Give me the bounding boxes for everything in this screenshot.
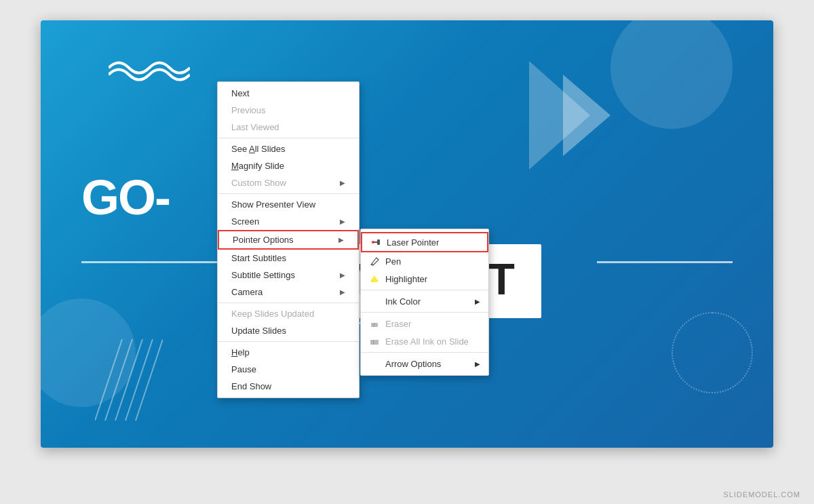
separator-3 [218, 303, 359, 303]
laser-pointer-icon [370, 237, 381, 248]
svg-marker-1 [563, 75, 610, 156]
menu-label-start-subtitles: Start Subtitles [231, 253, 286, 263]
svg-rect-8 [377, 239, 380, 245]
svg-rect-14 [370, 340, 379, 345]
menu-label-help: Help [231, 347, 250, 357]
submenu-item-arrow-options[interactable]: Arrow Options ▶ [361, 355, 488, 372]
eraser-icon [369, 318, 380, 329]
menu-item-next[interactable]: Next [218, 85, 359, 102]
slide-line-right [597, 261, 733, 263]
submenu-label-erase-all: Erase All Ink on Slide [385, 336, 469, 347]
menu-item-end-show[interactable]: End Show [218, 378, 359, 395]
menu-item-help[interactable]: Help [218, 344, 359, 361]
submenu-arrow-screen: ▶ [340, 218, 345, 225]
submenu-separator-1 [361, 290, 488, 290]
menu-label-subtitle-settings: Subtitle Settings [231, 270, 295, 280]
submenu-item-highlighter[interactable]: Highlighter [361, 270, 488, 288]
menu-label-magnify-slide: Magnify Slide [231, 161, 284, 171]
menu-item-camera[interactable]: Camera ▶ [218, 284, 359, 301]
slide-title: GO- [81, 170, 170, 225]
menu-label-previous: Previous [231, 105, 266, 115]
menu-item-update-slides[interactable]: Update Slides [218, 322, 359, 339]
submenu-arrow-subtitle-settings: ▶ [340, 271, 345, 279]
menu-item-pause[interactable]: Pause [218, 361, 359, 378]
menu-item-pointer-options[interactable]: Pointer Options ▶ Laser Pointer [218, 230, 359, 250]
submenu-label-ink-color: Ink Color [385, 296, 421, 307]
menu-label-custom-show: Custom Show [231, 178, 286, 188]
diagonal-decoration [95, 339, 163, 421]
ink-color-icon [369, 296, 380, 307]
menu-label-show-presenter-view: Show Presenter View [231, 199, 315, 210]
submenu-item-pen[interactable]: Pen [361, 252, 488, 270]
submenu-arrow-camera: ▶ [340, 288, 345, 296]
arrow-decoration [529, 61, 624, 170]
menu-label-pointer-options: Pointer Options [233, 235, 294, 245]
submenu-item-ink-color[interactable]: Ink Color ▶ [361, 292, 488, 310]
menu-label-update-slides: Update Slides [231, 326, 286, 336]
menu-label-end-show: End Show [231, 381, 271, 391]
pointer-options-submenu: Laser Pointer Pen [360, 229, 489, 376]
separator-4 [218, 341, 359, 342]
menu-label-last-viewed: Last Viewed [231, 122, 279, 132]
submenu-label-eraser: Eraser [385, 319, 411, 329]
menu-label-keep-slides-updated: Keep Slides Updated [231, 309, 314, 319]
svg-rect-13 [374, 323, 374, 327]
menu-label-camera: Camera [231, 287, 263, 297]
menu-item-last-viewed: Last Viewed [218, 119, 359, 136]
menu-item-see-all-slides[interactable]: See All Slides [218, 140, 359, 157]
highlighter-icon [369, 273, 380, 284]
wave-decoration [109, 54, 190, 81]
circle-decoration-bottom-right [672, 312, 753, 393]
menu-label-next: Next [231, 88, 250, 98]
svg-rect-10 [371, 279, 378, 282]
submenu-label-arrow-options: Arrow Options [385, 359, 441, 369]
submenu-label-laser-pointer: Laser Pointer [387, 237, 439, 248]
menu-item-screen[interactable]: Screen ▶ [218, 213, 359, 230]
submenu-item-laser-pointer[interactable]: Laser Pointer [361, 232, 488, 252]
svg-rect-15 [373, 340, 374, 345]
submenu-separator-2 [361, 312, 488, 313]
menu-item-custom-show: Custom Show ▶ [218, 174, 359, 191]
menu-label-screen: Screen [231, 216, 259, 227]
menu-item-magnify-slide[interactable]: Magnify Slide [218, 157, 359, 174]
menu-item-previous: Previous [218, 102, 359, 119]
submenu-arrow-arrow-options: ▶ [475, 360, 480, 368]
menu-label-see-all-slides: See All Slides [231, 144, 286, 154]
svg-point-9 [372, 241, 374, 244]
arrow-options-icon [369, 358, 380, 369]
submenu-item-erase-all: Erase All Ink on Slide [361, 332, 488, 350]
watermark: SLIDEMODEL.COM [723, 490, 800, 499]
submenu-separator-3 [361, 352, 488, 353]
submenu-arrow-custom-show: ▶ [340, 179, 345, 187]
pen-icon [369, 256, 380, 267]
context-menu: Next Previous Last Viewed See All Slides… [217, 81, 360, 398]
menu-item-show-presenter-view[interactable]: Show Presenter View [218, 196, 359, 213]
menu-item-keep-slides-updated: Keep Slides Updated [218, 305, 359, 322]
menu-item-start-subtitles[interactable]: Start Subtitles [218, 250, 359, 267]
circle-decoration-top-right [610, 20, 733, 129]
menu-label-pause: Pause [231, 364, 256, 374]
submenu-arrow-pointer-options: ▶ [338, 236, 344, 244]
erase-all-icon [369, 336, 380, 347]
separator-1 [218, 138, 359, 138]
submenu-label-pen: Pen [385, 256, 401, 267]
submenu-item-eraser: Eraser [361, 315, 488, 332]
menu-item-subtitle-settings[interactable]: Subtitle Settings ▶ [218, 267, 359, 284]
separator-2 [218, 193, 359, 194]
submenu-label-highlighter: Highlighter [385, 274, 427, 284]
submenu-arrow-ink-color: ▶ [475, 298, 480, 305]
